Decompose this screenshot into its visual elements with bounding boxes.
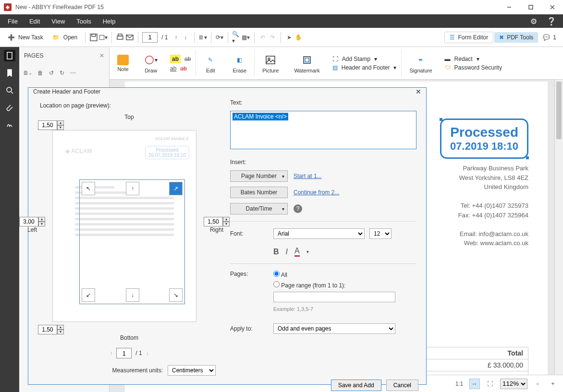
menu-edit[interactable]: Edit [24,16,46,27]
bates-number-button[interactable]: Bates Number [230,187,288,198]
apply-select[interactable]: Odd and even pages [273,323,395,334]
draw-tool[interactable]: ▾ Draw [136,47,165,79]
zoom-out-icon[interactable]: − [532,379,543,389]
menu-help[interactable]: Help [97,16,122,27]
erase-tool[interactable]: ◧ Erase [225,47,254,79]
new-task-button[interactable]: ➕ New Task [3,30,47,45]
add-page-small-icon[interactable]: 🗎₊ [23,70,32,76]
menu-view[interactable]: View [46,16,71,27]
font-color-button[interactable]: A [294,247,300,257]
chevron-down-icon: ▾ [393,64,396,71]
next-page-arrow[interactable]: ↓ [146,350,149,356]
rotate-icon[interactable]: ⟳▾ [215,33,224,42]
edit-tool[interactable]: ✎ Edit [196,47,225,79]
rail-pages-icon[interactable] [4,50,15,61]
redact-button[interactable]: ▬ Redact ▾ [445,56,502,62]
mu-select[interactable]: Centimeters [168,365,216,376]
help-icon[interactable]: ❔ [542,17,561,26]
chevron-down-icon: ▾ [374,56,377,62]
window-close[interactable] [541,0,563,14]
open-button[interactable]: 📁 Open [48,30,81,45]
redo-icon[interactable]: ↷ [268,33,277,42]
fit-actual-icon[interactable]: 1:1 [454,379,465,389]
window-minimize[interactable] [498,0,520,14]
password-button[interactable]: 🛡 Password Security [445,64,502,71]
page-down-icon[interactable]: ↓ [182,33,190,42]
print-icon[interactable] [116,33,124,42]
pages-all-radio[interactable]: All [273,271,395,278]
pos-bottom-center[interactable]: ↓ [126,288,139,302]
save-icon[interactable] [89,33,98,42]
window-maximize[interactable] [520,0,541,14]
fit-width-icon[interactable]: ↔ [469,379,480,389]
pos-bottom-left[interactable]: ↙ [82,288,95,302]
strike-icon[interactable]: ab [184,56,191,62]
close-panel-icon[interactable]: ✕ [99,52,104,59]
more-icon[interactable]: ⋯ [70,70,76,76]
start-at-link[interactable]: Start at 1... [294,173,322,179]
font-size-select[interactable]: 12 [369,228,392,239]
picture-tool[interactable]: Picture [255,47,286,79]
form-editor-button[interactable]: ☰ Form Editor [444,32,493,43]
header-text-input[interactable]: ACLAM Invoice <n/> [230,111,416,149]
hand-icon[interactable]: ✋ [294,33,303,42]
pointer-icon[interactable]: ➤ [285,33,294,42]
margin-top-spinner[interactable]: ▴▾ [38,120,220,130]
pages-range-radio[interactable]: Page range (from 1 to 1): [273,281,395,289]
bold-button[interactable]: B [273,248,279,256]
undo-icon[interactable]: ↶ [258,33,267,42]
zoom-in-icon[interactable]: + [548,379,558,389]
page-current-input[interactable] [142,32,158,43]
menu-file[interactable]: File [2,16,24,27]
mail-icon[interactable] [125,33,134,42]
note-tool[interactable]: Note [110,47,136,79]
delete-page-icon[interactable]: 🗑 [37,70,43,76]
dialog-close-icon[interactable]: ✕ [416,88,421,95]
rail-signatures-icon[interactable] [4,119,15,131]
pos-top-right[interactable]: ↗ [169,182,183,195]
prev-page-arrow[interactable]: ↑ [110,350,112,356]
add-page-icon[interactable]: 🗎▾ [198,33,207,42]
rail-attachments-icon[interactable] [4,102,15,113]
pos-bottom-right[interactable]: ↘ [169,288,183,302]
continue-from-link[interactable]: Continue from 2... [294,189,339,196]
vertical-scrollbar[interactable] [554,80,563,375]
margin-left-spinner[interactable]: ▴▾ [19,217,45,226]
zoom-select[interactable]: 112% [500,379,527,389]
page-up-icon[interactable]: ↑ [172,33,181,42]
svg-rect-10 [7,52,12,59]
save-as-icon[interactable]: ▾ [99,33,108,42]
fit-page-icon[interactable]: ⛶ [485,379,495,389]
underline-icon[interactable]: ab [170,65,176,72]
header-footer-button[interactable]: ▤ Header and Footer ▾ [332,64,397,71]
add-stamp-button[interactable]: ⛶ Add Stamp ▾ [332,56,397,62]
signature-tool[interactable]: ✒ Signature [402,47,440,79]
margin-bottom-spinner[interactable]: ▴▾ [38,325,220,334]
watermark-tool[interactable]: Watermark [286,47,327,79]
highlight-icon[interactable]: ab [170,55,181,63]
italic-button[interactable]: I [286,248,288,256]
cancel-button[interactable]: Cancel [386,380,418,391]
help-circle-icon[interactable]: ? [294,204,302,213]
ocr-icon[interactable]: ▦▾ [242,33,250,42]
date-time-button[interactable]: Date/Time▾ [230,203,288,214]
page-range-input[interactable] [273,292,395,302]
pos-top-left[interactable]: ↖ [82,182,95,195]
rail-bookmarks-icon[interactable] [4,67,15,79]
pos-top-center[interactable]: ↑ [126,182,139,195]
pdf-tools-button[interactable]: ✖ PDF Tools [494,32,538,43]
margin-right-spinner[interactable]: ▴▾ [204,217,230,226]
settings-icon[interactable]: ⚙ [526,17,542,26]
strikered-icon[interactable]: ab [180,65,186,72]
search-doc-icon[interactable]: 🔍▾ [232,33,241,42]
preview-page-input[interactable] [116,348,132,358]
menu-tools[interactable]: Tools [71,16,97,27]
rotate-right-icon[interactable]: ↻ [60,70,64,76]
font-select[interactable]: Arial [273,228,365,239]
comments-button[interactable]: 💬 1 [539,30,560,45]
rail-search-icon[interactable] [4,84,15,96]
processed-stamp[interactable]: Processed 07.2019 18:10 [440,119,528,159]
rotate-left-icon[interactable]: ↺ [49,70,54,76]
save-and-add-button[interactable]: Save and Add [331,380,381,391]
page-number-button[interactable]: Page Number▾ [230,170,288,182]
